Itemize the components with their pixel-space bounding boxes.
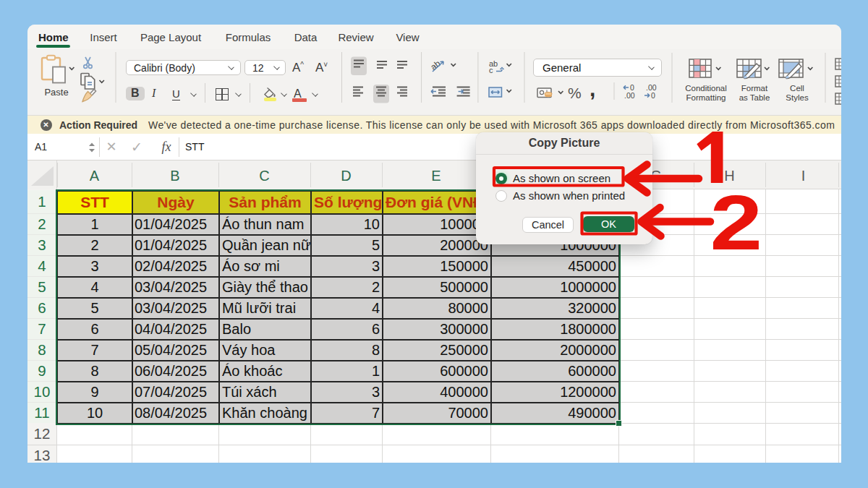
- svg-text:2: 2: [710, 179, 763, 265]
